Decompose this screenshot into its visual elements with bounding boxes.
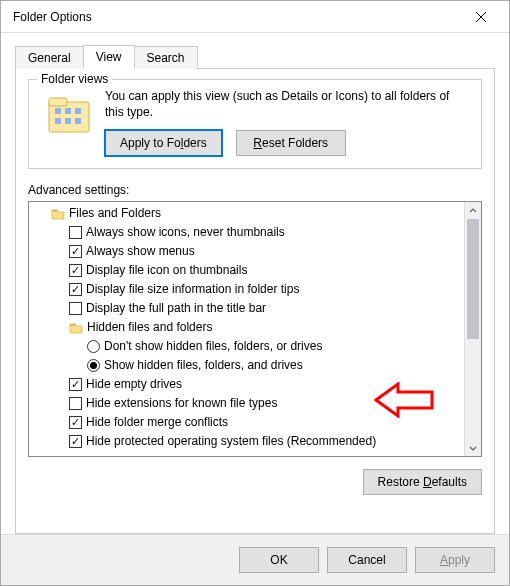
folder-views-legend: Folder views: [37, 72, 112, 86]
svg-rect-3: [49, 98, 67, 106]
tree-label: Hide protected operating system files (R…: [86, 433, 376, 450]
tab-strip: General View Search: [15, 45, 495, 68]
checkbox-icon: [69, 435, 82, 448]
tree-folder-root[interactable]: Files and Folders: [33, 204, 460, 223]
checkbox-icon: [69, 302, 82, 315]
checkbox-icon: [69, 264, 82, 277]
advanced-settings-label: Advanced settings:: [28, 183, 482, 197]
tree-radio-item[interactable]: Show hidden files, folders, and drives: [33, 356, 460, 375]
checkbox-icon: [69, 283, 82, 296]
tree-check-item[interactable]: Hide protected operating system files (R…: [33, 432, 460, 451]
tree-label: Don't show hidden files, folders, or dri…: [104, 338, 322, 355]
chevron-down-icon: [469, 444, 477, 452]
tree-label: Display file size information in folder …: [86, 281, 299, 298]
folder-icon: [51, 208, 65, 220]
dialog-button-row: OK Cancel Apply: [1, 534, 509, 585]
tree-label: Hide extensions for known file types: [86, 395, 277, 412]
tree-label: Always show menus: [86, 243, 195, 260]
checkbox-icon: [69, 416, 82, 429]
folder-options-dialog: Folder Options General View Search Folde…: [0, 0, 510, 586]
scroll-track[interactable]: [465, 219, 481, 439]
tree-radio-item[interactable]: Don't show hidden files, folders, or dri…: [33, 337, 460, 356]
tree-label: Files and Folders: [69, 205, 161, 222]
folder-icon: [69, 322, 83, 334]
svg-rect-6: [75, 108, 81, 114]
apply-button[interactable]: Apply: [415, 547, 495, 573]
tree-label: Hide folder merge conflicts: [86, 414, 228, 431]
apply-to-folders-button[interactable]: Apply to Folders: [105, 130, 222, 156]
tree-check-item[interactable]: Display file size information in folder …: [33, 280, 460, 299]
view-tab-panel: Folder views You can apply this view (su…: [15, 68, 495, 534]
advanced-settings-tree[interactable]: Files and FoldersAlways show icons, neve…: [28, 201, 482, 457]
checkbox-icon: [69, 245, 82, 258]
restore-defaults-button[interactable]: Restore Defaults: [363, 469, 482, 495]
tab-view[interactable]: View: [83, 45, 135, 69]
svg-rect-9: [75, 118, 81, 124]
scroll-down-button[interactable]: [465, 439, 481, 456]
tree-check-item[interactable]: Hide extensions for known file types: [33, 394, 460, 413]
tree-check-item[interactable]: Hide empty drives: [33, 375, 460, 394]
checkbox-icon: [69, 397, 82, 410]
tree-check-item[interactable]: Always show menus: [33, 242, 460, 261]
tree-label: Display the full path in the title bar: [86, 300, 266, 317]
chevron-up-icon: [469, 207, 477, 215]
tree-check-item[interactable]: Always show icons, never thumbnails: [33, 223, 460, 242]
checkbox-icon: [69, 378, 82, 391]
tree-label: Show hidden files, folders, and drives: [104, 357, 303, 374]
svg-rect-8: [65, 118, 71, 124]
checkbox-icon: [69, 226, 82, 239]
reset-folders-button[interactable]: Reset Folders: [236, 130, 346, 156]
tree-label: Display file icon on thumbnails: [86, 262, 247, 279]
tree-check-item[interactable]: Display file icon on thumbnails: [33, 261, 460, 280]
folder-views-text: You can apply this view (such as Details…: [105, 88, 471, 120]
radio-icon: [87, 340, 100, 353]
radio-icon: [87, 359, 100, 372]
tab-general[interactable]: General: [15, 46, 84, 69]
svg-rect-5: [65, 108, 71, 114]
scrollbar[interactable]: [464, 202, 481, 456]
ok-button[interactable]: OK: [239, 547, 319, 573]
close-icon: [476, 12, 486, 22]
tree-check-item[interactable]: Display the full path in the title bar: [33, 299, 460, 318]
titlebar: Folder Options: [1, 1, 509, 33]
tree-label: Hidden files and folders: [87, 319, 212, 336]
window-title: Folder Options: [9, 10, 461, 24]
tree-label: Always show icons, never thumbnails: [86, 224, 285, 241]
scroll-thumb[interactable]: [467, 219, 479, 339]
svg-rect-7: [55, 118, 61, 124]
cancel-button[interactable]: Cancel: [327, 547, 407, 573]
tab-search[interactable]: Search: [134, 46, 198, 69]
tree-check-item[interactable]: Hide folder merge conflicts: [33, 413, 460, 432]
scroll-up-button[interactable]: [465, 202, 481, 219]
svg-rect-4: [55, 108, 61, 114]
tree-folder[interactable]: Hidden files and folders: [33, 318, 460, 337]
tree-label: Hide empty drives: [86, 376, 182, 393]
close-button[interactable]: [461, 3, 501, 31]
folder-views-group: Folder views You can apply this view (su…: [28, 79, 482, 169]
folder-views-icon: [45, 92, 93, 140]
